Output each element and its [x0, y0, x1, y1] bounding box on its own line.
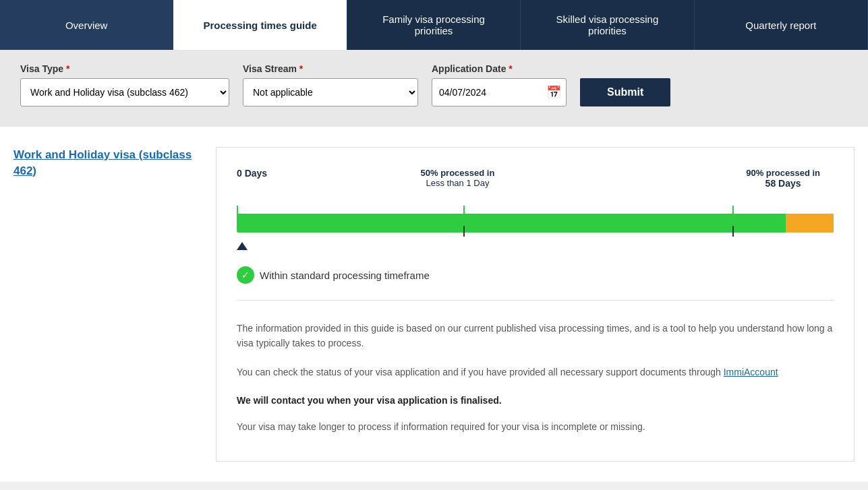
results-sidebar: Work and Holiday visa (subclass 462)	[13, 147, 202, 462]
date-input-wrapper: 📅	[432, 78, 567, 106]
required-marker-3: *	[509, 63, 512, 74]
main-content: Work and Holiday visa (subclass 462) 0 D…	[0, 127, 868, 482]
nav-item-family-visa[interactable]: Family visa processing priorities	[347, 0, 521, 50]
visa-type-select[interactable]: Work and Holiday visa (subclass 462)	[20, 78, 229, 106]
visa-type-link[interactable]: Work and Holiday visa (subclass 462)	[13, 148, 192, 177]
timeline-label-0: 0 Days	[237, 168, 267, 179]
visa-type-label: Visa Type *	[20, 63, 229, 74]
visa-stream-group: Visa Stream * Not applicable	[243, 63, 418, 106]
timeline-container: 0 Days 50% processed in Less than 1 Day …	[237, 161, 834, 250]
required-marker-2: *	[299, 63, 303, 74]
status-badge: ✓ Within standard processing timeframe	[237, 266, 834, 284]
position-arrow	[237, 242, 248, 250]
info-bold: We will contact you when your visa appli…	[237, 393, 834, 408]
submit-button[interactable]: Submit	[580, 78, 670, 106]
info-paragraph-1: The information provided in this guide i…	[237, 321, 834, 351]
timeline-label-90: 90% processed in 58 Days	[746, 168, 820, 189]
nav-item-quarterly-report[interactable]: Quarterly report	[695, 0, 868, 50]
required-marker: *	[66, 63, 69, 74]
status-text: Within standard processing timeframe	[260, 270, 430, 281]
application-date-group: Application Date * 📅	[432, 63, 567, 106]
main-navigation: Overview Processing times guide Family v…	[0, 0, 868, 50]
progress-bar	[237, 214, 834, 233]
visa-stream-label: Visa Stream *	[243, 63, 418, 74]
nav-item-skilled-visa[interactable]: Skilled visa processing priorities	[521, 0, 694, 50]
calendar-icon[interactable]: 📅	[546, 85, 561, 100]
divider	[237, 300, 834, 301]
timeline-labels: 0 Days 50% processed in Less than 1 Day …	[237, 168, 834, 208]
immiaccount-link[interactable]: ImmiAccount	[724, 367, 778, 377]
status-check-icon: ✓	[237, 266, 254, 284]
visa-stream-select[interactable]: Not applicable	[243, 78, 418, 106]
info-paragraph-2: You can check the status of your visa ap…	[237, 365, 834, 379]
tick-50	[463, 226, 465, 237]
results-panel: 0 Days 50% processed in Less than 1 Day …	[216, 147, 855, 462]
timeline-label-50: 50% processed in Less than 1 Day	[421, 168, 495, 188]
application-date-label: Application Date *	[432, 63, 567, 74]
progress-bar-orange	[786, 214, 834, 233]
visa-type-group: Visa Type * Work and Holiday visa (subcl…	[20, 63, 229, 106]
tick-90	[732, 226, 734, 237]
filter-form: Visa Type * Work and Holiday visa (subcl…	[0, 50, 868, 127]
nav-item-overview[interactable]: Overview	[0, 0, 173, 50]
info-paragraph-3: Your visa may take longer to process if …	[237, 419, 834, 434]
nav-item-processing-times[interactable]: Processing times guide	[173, 0, 347, 50]
progress-bar-wrapper	[237, 214, 834, 233]
